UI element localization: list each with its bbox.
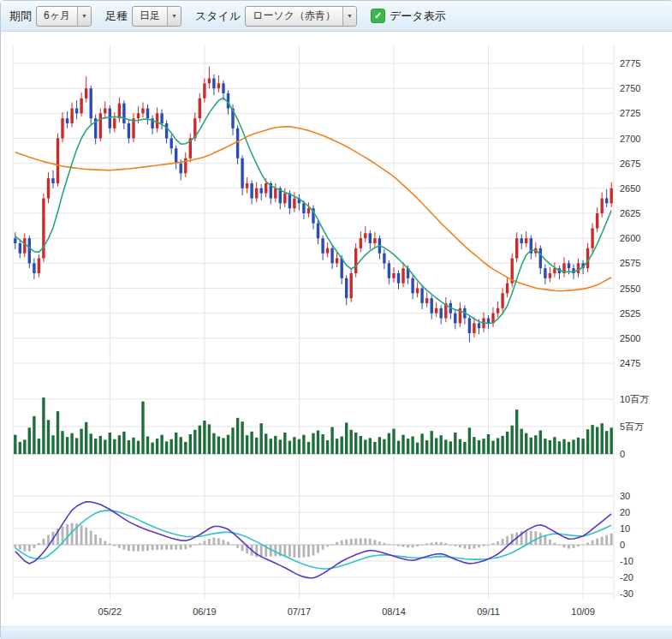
period-value: 6ヶ月	[37, 7, 77, 26]
candlesticks	[14, 67, 613, 343]
svg-text:06/19: 06/19	[193, 606, 217, 617]
svg-text:0: 0	[620, 449, 625, 459]
svg-text:2700: 2700	[620, 134, 640, 144]
svg-text:2625: 2625	[620, 208, 640, 218]
svg-text:10: 10	[620, 523, 630, 534]
svg-text:2600: 2600	[620, 233, 640, 243]
svg-text:5百万: 5百万	[620, 421, 644, 432]
moving-average-lines	[15, 98, 611, 323]
svg-text:-10: -10	[620, 556, 633, 566]
volume-bars	[14, 397, 613, 454]
svg-text:08/14: 08/14	[382, 606, 406, 617]
svg-text:20: 20	[620, 507, 630, 517]
svg-text:2525: 2525	[620, 308, 640, 319]
chevron-down-icon: ▼	[342, 7, 356, 26]
svg-text:2475: 2475	[620, 358, 640, 368]
stock-chart-widget: 期間 6ヶ月 ▼ 足種 日足 ▼ スタイル ローソク（赤青） ▼ ✓ データ表示	[0, 0, 672, 639]
data-display-label: データ表示	[390, 9, 446, 24]
svg-text:10/09: 10/09	[571, 606, 595, 617]
period-dropdown[interactable]: 6ヶ月 ▼	[36, 6, 92, 27]
style-value: ローソク（赤青）	[246, 7, 342, 26]
svg-text:10百万: 10百万	[620, 394, 649, 404]
stock-chart: 2775275027252700267526502625260025752550…	[1, 32, 671, 623]
svg-text:2650: 2650	[620, 183, 640, 194]
bar-type-dropdown[interactable]: 日足 ▼	[132, 6, 181, 27]
style-dropdown[interactable]: ローソク（赤青） ▼	[245, 6, 357, 27]
svg-text:0: 0	[620, 540, 625, 550]
svg-text:30: 30	[620, 491, 630, 501]
svg-text:2550: 2550	[620, 284, 640, 294]
period-label: 期間	[9, 9, 32, 24]
svg-text:-20: -20	[620, 572, 633, 582]
svg-text:-30: -30	[620, 588, 633, 599]
svg-text:07/17: 07/17	[288, 606, 312, 617]
data-display-checkbox[interactable]: ✓	[371, 9, 385, 23]
style-label: スタイル	[195, 9, 241, 24]
gridlines	[13, 45, 614, 599]
chevron-down-icon: ▼	[77, 7, 91, 26]
chevron-down-icon: ▼	[167, 7, 181, 26]
axis-labels: 2775275027252700267526502625260025752550…	[98, 58, 650, 617]
check-icon: ✓	[374, 10, 382, 21]
svg-text:2675: 2675	[620, 158, 640, 169]
svg-text:09/11: 09/11	[477, 606, 500, 617]
svg-text:2500: 2500	[620, 333, 640, 343]
chart-toolbar: 期間 6ヶ月 ▼ 足種 日足 ▼ スタイル ローソク（赤青） ▼ ✓ データ表示	[1, 1, 672, 32]
bar-type-value: 日足	[133, 7, 167, 26]
svg-text:2725: 2725	[620, 108, 640, 118]
svg-text:2575: 2575	[620, 258, 640, 268]
bar-type-label: 足種	[105, 9, 128, 24]
svg-text:2775: 2775	[620, 58, 640, 69]
svg-text:2750: 2750	[620, 83, 640, 93]
widget-footer	[1, 626, 672, 639]
svg-text:05/22: 05/22	[98, 606, 122, 617]
chart-area: 2775275027252700267526502625260025752550…	[1, 32, 672, 626]
